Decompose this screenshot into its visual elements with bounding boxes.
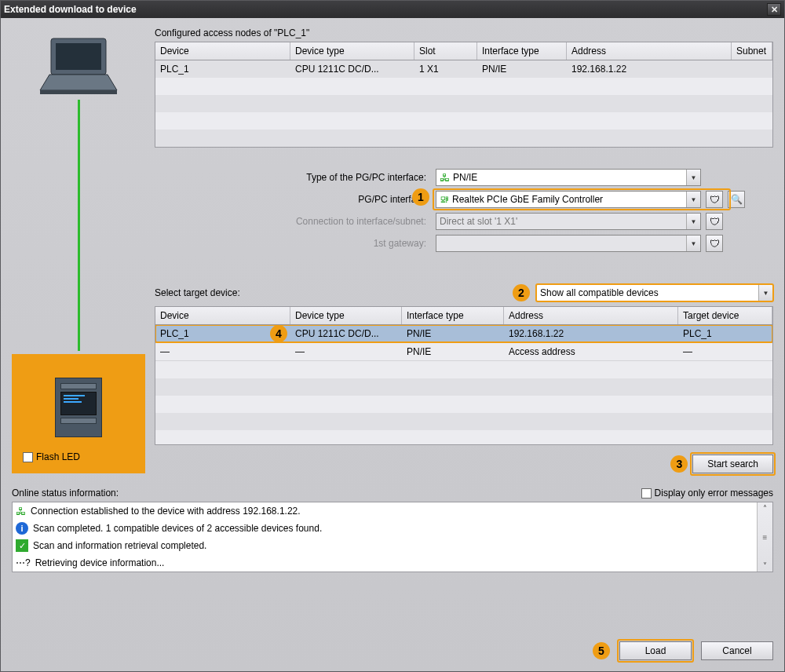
window-title: Extended download to device: [4, 4, 137, 15]
annotation-5: 5: [593, 642, 610, 659]
col-address: Address: [504, 307, 678, 324]
chevron-down-icon: [686, 214, 700, 229]
chevron-down-icon[interactable]: [758, 285, 772, 301]
select-target-label: Select target device:: [155, 287, 240, 298]
laptop-icon: [35, 34, 122, 97]
info-icon: i: [16, 522, 28, 535]
annotation-2: 2: [513, 284, 530, 301]
plc-panel: Flash LED: [12, 354, 145, 473]
table-row[interactable]: — — PN/IE Access address —: [155, 343, 772, 361]
cancel-button[interactable]: Cancel: [701, 641, 773, 660]
connection-icon: 🖧: [16, 506, 26, 517]
status-log: 🖧 Connection established to the device w…: [12, 502, 773, 572]
conn-subnet-select: Direct at slot '1 X1': [436, 213, 701, 230]
col-devtype: Device type: [290, 42, 414, 60]
gateway-label: 1st gateway:: [155, 238, 431, 249]
network-icon: 🖧: [440, 172, 450, 184]
download-dialog: Extended download to device ✕: [0, 0, 785, 672]
configured-nodes-label: Configured access nodes of "PLC_1": [155, 27, 773, 38]
status-info-label: Online status information:: [12, 488, 119, 499]
col-address: Address: [567, 42, 732, 60]
col-device: Device: [155, 42, 290, 60]
pgpc-if-value: Realtek PCIe GbE Family Controller: [452, 194, 603, 205]
load-button[interactable]: Load: [619, 641, 692, 660]
col-devtype: Device type: [290, 307, 402, 324]
checkbox-icon[interactable]: [23, 452, 33, 462]
titlebar: Extended download to device ✕: [1, 1, 784, 18]
pgpc-type-select[interactable]: 🖧 PN/IE: [436, 169, 701, 186]
pgpc-type-label: Type of the PG/PC interface:: [155, 172, 431, 183]
log-line: 🖧 Connection established to the device w…: [13, 502, 757, 520]
flash-led-label: Flash LED: [36, 451, 80, 462]
checkbox-icon[interactable]: [641, 488, 652, 499]
adapter-icon: 🖳: [440, 194, 449, 205]
scroll-grip-icon[interactable]: ≡: [763, 533, 768, 542]
gateway-select: [436, 235, 701, 252]
chevron-down-icon[interactable]: [686, 192, 700, 207]
svg-marker-2: [40, 75, 117, 90]
diagnostics-button[interactable]: 🛡: [706, 235, 723, 252]
target-device-table: Device Device type Interface type Addres…: [155, 306, 773, 445]
scrollbar[interactable]: ˄ ≡ ˅: [757, 502, 772, 572]
table-row: PLC_1 CPU 1211C DC/D... 1 X1 PN/IE 192.1…: [155, 60, 772, 78]
busy-icon: ⋯?: [16, 557, 31, 568]
plc-device-icon: [55, 378, 102, 437]
device-filter-select[interactable]: Show all compatible devices: [536, 284, 773, 301]
configured-nodes-table: Device Device type Slot Interface type A…: [155, 42, 773, 148]
log-line: ⋯? Retrieving device information...: [13, 554, 757, 572]
pgpc-if-label: PG/PC interface: [155, 194, 431, 205]
check-icon: ✓: [16, 539, 28, 552]
svg-rect-3: [40, 90, 117, 94]
pgpc-if-select[interactable]: 🖳 Realtek PCIe GbE Family Controller: [436, 191, 701, 208]
annotation-4: 4: [270, 325, 287, 342]
diagnostics-button[interactable]: 🛡: [706, 191, 723, 208]
col-iftype: Interface type: [402, 307, 504, 324]
log-line: ✓ Scan and information retrieval complet…: [13, 537, 757, 554]
svg-rect-1: [56, 43, 101, 70]
col-slot: Slot: [414, 42, 477, 60]
conn-subnet-value: Direct at slot '1 X1': [440, 216, 517, 227]
col-iftype: Interface type: [477, 42, 567, 60]
diagnostics-button[interactable]: 🛡: [706, 213, 723, 230]
conn-subnet-label: Connection to interface/subnet:: [155, 216, 431, 227]
scroll-up-icon[interactable]: ˄: [763, 504, 767, 513]
annotation-3: 3: [670, 455, 688, 473]
chevron-down-icon[interactable]: [686, 170, 700, 185]
connection-graphic: Flash LED: [12, 26, 145, 473]
only-errors-checkbox[interactable]: Display only error messages: [641, 488, 773, 499]
properties-button[interactable]: 🔍: [728, 191, 745, 208]
col-subnet: Subnet: [732, 42, 772, 60]
close-icon[interactable]: ✕: [767, 3, 781, 16]
annotation-1: 1: [412, 188, 429, 206]
pgpc-type-value: PN/IE: [453, 172, 477, 183]
flash-led-checkbox[interactable]: Flash LED: [23, 451, 80, 462]
table-row[interactable]: PLC_1 CPU 1211C DC/D... PN/IE 192.168.1.…: [155, 325, 772, 343]
only-errors-label: Display only error messages: [655, 488, 773, 499]
scroll-down-icon[interactable]: ˅: [763, 561, 767, 570]
chevron-down-icon: [686, 236, 700, 251]
log-line: i Scan completed. 1 compatible devices o…: [13, 520, 757, 537]
col-targetdev: Target device: [678, 307, 772, 324]
device-filter-value: Show all compatible devices: [540, 287, 659, 298]
start-search-button[interactable]: Start search: [692, 455, 773, 473]
col-device: Device: [155, 307, 290, 324]
